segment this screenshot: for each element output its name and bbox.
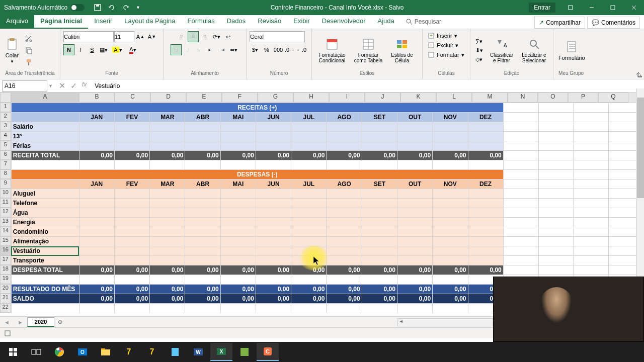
- excel-taskbar-icon[interactable]: X: [210, 343, 232, 361]
- name-box[interactable]: [2, 80, 47, 92]
- app1-taskbar-icon[interactable]: 7: [118, 343, 140, 361]
- row-header-13[interactable]: 13: [0, 217, 11, 227]
- wrap-text-button[interactable]: ↩: [222, 31, 233, 42]
- row-header-17[interactable]: 17: [0, 255, 11, 265]
- align-bottom-button[interactable]: ≡: [199, 31, 210, 42]
- save-icon[interactable]: [94, 4, 102, 12]
- format-as-table-button[interactable]: Formatar como Tabela: [351, 35, 385, 65]
- row-header-19[interactable]: 19: [0, 275, 11, 284]
- cell-styles-button[interactable]: Estilos de Célula: [387, 35, 417, 65]
- align-middle-button[interactable]: ≡: [188, 31, 199, 42]
- col-header-L[interactable]: L: [436, 93, 472, 103]
- sheet-nav-prev[interactable]: ◄: [0, 319, 14, 325]
- col-header-G[interactable]: G: [258, 93, 293, 103]
- tab-layout[interactable]: Layout da Página: [118, 14, 181, 29]
- minimize-button[interactable]: [582, 0, 602, 15]
- cancel-formula-icon[interactable]: ✕: [59, 81, 65, 90]
- align-center-button[interactable]: ≡: [182, 44, 193, 55]
- row-header-21[interactable]: 21: [0, 294, 11, 303]
- col-header-K[interactable]: K: [400, 93, 436, 103]
- row-header-6[interactable]: 6: [0, 150, 11, 160]
- tab-developer[interactable]: Desenvolvedor: [316, 14, 372, 29]
- col-header-A[interactable]: A: [11, 93, 79, 103]
- sort-filter-button[interactable]: AClassificar e Filtrar: [487, 35, 516, 65]
- increase-font-button[interactable]: A▲: [135, 31, 146, 42]
- clear-button[interactable]: ◇▾: [473, 55, 485, 64]
- row-header-2[interactable]: 2: [0, 112, 11, 122]
- col-header-E[interactable]: E: [186, 93, 222, 103]
- percent-button[interactable]: %: [261, 44, 272, 55]
- col-header-C[interactable]: C: [115, 93, 150, 103]
- qat-dropdown-icon[interactable]: ▼: [136, 5, 140, 10]
- tab-view[interactable]: Exibir: [287, 14, 316, 29]
- col-header-I[interactable]: I: [329, 93, 365, 103]
- tab-home[interactable]: Página Inicial: [34, 14, 88, 29]
- form-button[interactable]: Formulário: [556, 38, 587, 63]
- tab-data[interactable]: Dados: [221, 14, 252, 29]
- comma-button[interactable]: 000: [273, 44, 284, 55]
- autosave-toggle[interactable]: Salvamento Automático: [0, 4, 89, 11]
- font-name-select[interactable]: [63, 31, 114, 42]
- merge-button[interactable]: ⬌▾: [228, 44, 239, 55]
- search-box[interactable]: Pesquisar: [400, 14, 446, 29]
- col-header-J[interactable]: J: [365, 93, 400, 103]
- border-button[interactable]: ▦▾: [98, 44, 109, 55]
- sheet-tab-2020[interactable]: 2020: [27, 317, 54, 327]
- undo-icon[interactable]: [108, 4, 116, 12]
- row-header-12[interactable]: 12: [0, 208, 11, 217]
- tab-insert[interactable]: Inserir: [88, 14, 118, 29]
- fill-color-button[interactable]: A▾: [110, 44, 125, 55]
- col-header-B[interactable]: B: [79, 93, 115, 103]
- col-header-M[interactable]: M: [472, 93, 508, 103]
- col-header-Q[interactable]: Q: [598, 93, 628, 103]
- col-header-F[interactable]: F: [222, 93, 258, 103]
- ribbon-options-button[interactable]: [560, 0, 581, 15]
- increase-indent-button[interactable]: ⇥: [217, 44, 228, 55]
- sheet-nav-next[interactable]: ►: [14, 319, 27, 325]
- row-header-11[interactable]: 11: [0, 198, 11, 208]
- italic-button[interactable]: I: [75, 44, 86, 55]
- number-format-select[interactable]: [250, 31, 305, 42]
- row-header-7[interactable]: 7: [0, 160, 11, 169]
- row-header-14[interactable]: 14: [0, 227, 11, 236]
- col-header-H[interactable]: H: [293, 93, 329, 103]
- task-view-button[interactable]: [25, 343, 47, 361]
- col-header-N[interactable]: N: [508, 93, 538, 103]
- row-header-20[interactable]: 20: [0, 284, 11, 294]
- col-header-D[interactable]: D: [150, 93, 186, 103]
- share-button[interactable]: ↗Compartilhar: [534, 17, 585, 29]
- tab-formulas[interactable]: Fórmulas: [182, 14, 221, 29]
- select-all-corner[interactable]: [0, 93, 11, 103]
- maximize-button[interactable]: [603, 0, 623, 15]
- font-color-button[interactable]: A▾: [125, 44, 140, 55]
- formula-input[interactable]: [92, 82, 644, 89]
- row-header-16[interactable]: 16: [0, 246, 11, 255]
- toggle-switch[interactable]: [70, 4, 85, 11]
- align-right-button[interactable]: ≡: [194, 44, 205, 55]
- find-select-button[interactable]: Localizar e Selecionar: [518, 35, 550, 65]
- copy-button[interactable]: [23, 45, 34, 56]
- redo-icon[interactable]: [122, 4, 130, 12]
- format-painter-button[interactable]: [23, 57, 34, 68]
- accept-formula-icon[interactable]: ✓: [70, 81, 77, 90]
- decrease-decimal-button[interactable]: ←.0: [296, 44, 307, 55]
- tab-help[interactable]: Ajuda: [371, 14, 400, 29]
- chrome-taskbar-icon[interactable]: [48, 343, 70, 361]
- cut-button[interactable]: [23, 33, 34, 44]
- align-top-button[interactable]: ≡: [176, 31, 187, 42]
- row-header-10[interactable]: 10: [0, 189, 11, 198]
- row-header-9[interactable]: 9: [0, 179, 11, 189]
- delete-cells-button[interactable]: −Excluir▾: [426, 41, 467, 50]
- start-button[interactable]: [2, 343, 24, 361]
- horizontal-scrollbar[interactable]: [397, 318, 493, 326]
- row-header-1[interactable]: 1: [0, 103, 11, 112]
- paste-button[interactable]: Colar▼: [3, 35, 21, 66]
- font-size-select[interactable]: [114, 31, 134, 42]
- row-header-3[interactable]: 3: [0, 122, 11, 131]
- record-macro-icon[interactable]: [4, 330, 11, 337]
- fx-icon[interactable]: fx: [82, 81, 87, 90]
- tab-review[interactable]: Revisão: [252, 14, 287, 29]
- decrease-font-button[interactable]: A▼: [146, 31, 157, 42]
- collapse-ribbon-icon[interactable]: [635, 70, 642, 77]
- row-header-8[interactable]: 8: [0, 169, 11, 179]
